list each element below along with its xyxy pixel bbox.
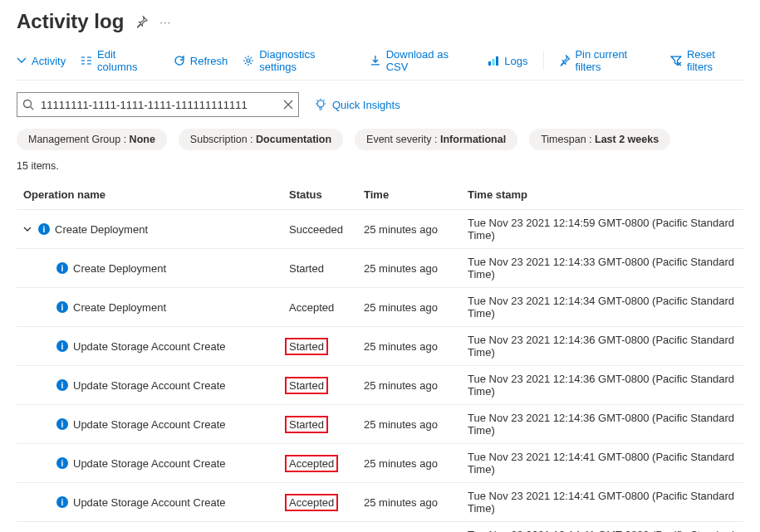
status-value: Started: [285, 416, 328, 433]
table-row[interactable]: iUpdate Storage Account CreateAccepted25…: [17, 444, 743, 483]
chevron-down-icon: [23, 225, 32, 233]
search-input[interactable]: [17, 92, 299, 117]
time-value: 25 minutes ago: [357, 366, 461, 405]
activity-label: Activity: [32, 55, 66, 67]
operation-name: Update Storage Account Create: [73, 340, 226, 353]
col-time[interactable]: Time: [357, 180, 461, 210]
table-row[interactable]: iCreate DeploymentStarted25 minutes agoT…: [17, 249, 743, 288]
download-csv-button[interactable]: Download as CSV: [370, 48, 473, 73]
table-row[interactable]: iUpdate Storage Account CreateAccepted25…: [17, 522, 743, 533]
operation-name: Update Storage Account Create: [73, 379, 226, 392]
refresh-label: Refresh: [190, 55, 228, 67]
timestamp-value: Tue Nov 23 2021 12:14:33 GMT-0800 (Pacif…: [461, 249, 743, 288]
status-value: Accepted: [285, 455, 338, 472]
time-value: 25 minutes ago: [357, 288, 461, 327]
refresh-button[interactable]: Refresh: [174, 55, 228, 67]
col-status[interactable]: Status: [282, 180, 357, 210]
info-icon: i: [56, 496, 68, 508]
status-value: Started: [285, 377, 328, 394]
filter-value: Documentation: [256, 134, 331, 145]
activity-table: Operation name Status Time Time stamp iC…: [17, 180, 743, 532]
status-value: Started: [285, 338, 328, 355]
filter-pill[interactable]: Event severity : Informational: [355, 129, 517, 150]
table-row[interactable]: iUpdate Storage Account CreateStarted25 …: [17, 405, 743, 444]
quick-insights-button[interactable]: Quick Insights: [314, 98, 400, 111]
download-csv-label: Download as CSV: [386, 48, 473, 73]
info-icon: i: [56, 379, 68, 391]
time-value: 25 minutes ago: [357, 210, 461, 249]
activity-dropdown[interactable]: Activity: [17, 55, 66, 67]
pin-icon[interactable]: [135, 16, 148, 28]
filter-pill[interactable]: Timespan : Last 2 weeks: [529, 129, 670, 150]
operation-name: Create Deployment: [73, 262, 166, 275]
operation-name: Create Deployment: [55, 223, 148, 236]
page-title: Activity log: [17, 10, 124, 33]
table-row[interactable]: iCreate DeploymentSucceeded25 minutes ag…: [17, 210, 743, 249]
toolbar: Activity Edit columns Refresh Diagnostic…: [17, 48, 743, 81]
timestamp-value: Tue Nov 23 2021 12:14:59 GMT-0800 (Pacif…: [461, 210, 743, 249]
table-row[interactable]: iUpdate Storage Account CreateStarted25 …: [17, 366, 743, 405]
svg-point-12: [24, 100, 32, 108]
col-operation[interactable]: Operation name: [17, 180, 282, 210]
gear-icon: [243, 55, 254, 66]
svg-line-21: [324, 100, 325, 101]
filter-reset-icon: [670, 55, 682, 66]
table-row[interactable]: iUpdate Storage Account CreateAccepted25…: [17, 483, 743, 522]
chevron-down-icon: [17, 56, 27, 66]
filter-pill[interactable]: Management Group : None: [17, 129, 167, 150]
pin-filters-button[interactable]: Pin current filters: [559, 48, 656, 73]
info-icon: i: [56, 301, 68, 313]
time-value: 25 minutes ago: [357, 249, 461, 288]
toolbar-separator: [543, 51, 544, 70]
operation-name: Update Storage Account Create: [73, 418, 226, 431]
timestamp-value: Tue Nov 23 2021 12:14:41 GMT-0800 (Pacif…: [461, 444, 743, 483]
svg-point-16: [317, 100, 324, 107]
search-icon: [22, 99, 34, 110]
edit-columns-label: Edit columns: [97, 48, 159, 73]
timestamp-value: Tue Nov 23 2021 12:14:34 GMT-0800 (Pacif…: [461, 288, 743, 327]
time-value: 25 minutes ago: [357, 405, 461, 444]
svg-point-6: [247, 59, 250, 62]
filter-pill[interactable]: Subscription : Documentation: [179, 129, 343, 150]
reset-filters-button[interactable]: Reset filters: [670, 48, 743, 73]
table-row[interactable]: iCreate DeploymentAccepted25 minutes ago…: [17, 288, 743, 327]
clear-search-icon[interactable]: [283, 100, 293, 110]
status-value: Accepted: [285, 494, 338, 511]
timestamp-value: Tue Nov 23 2021 12:14:41 GMT-0800 (Pacif…: [461, 522, 743, 533]
svg-rect-7: [488, 61, 491, 66]
timestamp-value: Tue Nov 23 2021 12:14:36 GMT-0800 (Pacif…: [461, 327, 743, 366]
timestamp-value: Tue Nov 23 2021 12:14:41 GMT-0800 (Pacif…: [461, 483, 743, 522]
logs-button[interactable]: Logs: [488, 55, 527, 67]
info-icon: i: [56, 340, 68, 352]
diagnostics-button[interactable]: Diagnostics settings: [243, 48, 355, 73]
table-row[interactable]: iUpdate Storage Account CreateStarted25 …: [17, 327, 743, 366]
time-value: 25 minutes ago: [357, 327, 461, 366]
filter-value: Informational: [440, 134, 506, 145]
svg-line-13: [31, 107, 34, 110]
operation-name: Create Deployment: [73, 301, 166, 314]
refresh-icon: [174, 55, 185, 66]
svg-rect-8: [493, 59, 495, 66]
status-value: Started: [289, 262, 324, 275]
timestamp-value: Tue Nov 23 2021 12:14:36 GMT-0800 (Pacif…: [461, 405, 743, 444]
pin-icon: [559, 55, 571, 66]
timestamp-value: Tue Nov 23 2021 12:14:36 GMT-0800 (Pacif…: [461, 366, 743, 405]
operation-name: Update Storage Account Create: [73, 457, 226, 470]
edit-columns-button[interactable]: Edit columns: [81, 48, 159, 73]
col-timestamp[interactable]: Time stamp: [461, 180, 743, 210]
logs-label: Logs: [504, 55, 527, 67]
quick-insights-label: Quick Insights: [332, 99, 400, 111]
filter-pills: Management Group : NoneSubscription : Do…: [17, 129, 743, 150]
pin-filters-label: Pin current filters: [575, 48, 655, 73]
info-icon: i: [56, 262, 68, 274]
filter-label: Event severity :: [366, 134, 440, 145]
download-icon: [370, 55, 381, 66]
filter-label: Management Group :: [28, 134, 130, 145]
operation-name: Update Storage Account Create: [73, 496, 226, 509]
lightbulb-icon: [314, 98, 327, 111]
status-value: Accepted: [289, 301, 334, 314]
expand-toggle[interactable]: [23, 225, 33, 233]
filter-label: Timespan :: [541, 134, 595, 145]
svg-rect-9: [496, 56, 498, 66]
more-icon[interactable]: ···: [159, 16, 171, 28]
